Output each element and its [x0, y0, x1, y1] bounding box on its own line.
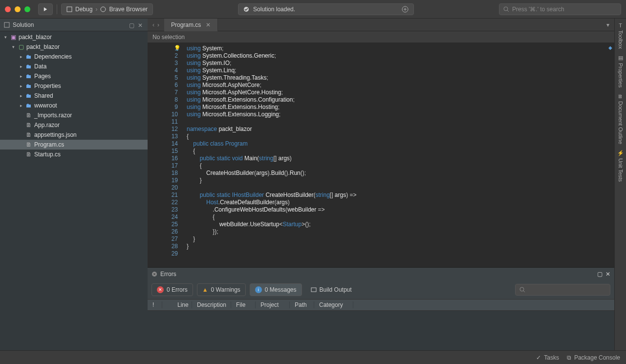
tasks-label: Tasks	[544, 354, 559, 361]
solution-sidebar: Solution ▢ ✕ ▾▣packt_blazor▾▢packt_blazo…	[0, 19, 148, 350]
errors-panel-icon	[151, 271, 157, 277]
solution-tree[interactable]: ▾▣packt_blazor▾▢packt_blazor▸🖿Dependenci…	[0, 31, 148, 350]
tree-label: Data	[34, 63, 46, 70]
code-content[interactable]: using System;using System.Collections.Ge…	[182, 43, 614, 267]
tree-label: packt_blazor	[19, 34, 52, 41]
fileico-icon: 🗎	[25, 141, 32, 148]
rail-icon: 🗎	[618, 93, 623, 99]
messages-filter-button[interactable]: i 0 Messages	[250, 283, 302, 296]
terminal-icon: ⧉	[567, 354, 571, 361]
tree-label: appsettings.json	[34, 131, 77, 138]
errors-table-body	[148, 311, 614, 350]
tree-folder-wwwroot[interactable]: ▸🖿wwwroot	[0, 101, 148, 110]
rail-label: Unit Tests	[618, 158, 624, 182]
tasks-button[interactable]: ✓ Tasks	[536, 354, 559, 361]
errors-col-![interactable]: !	[148, 301, 162, 308]
build-output-button[interactable]: Build Output	[306, 283, 357, 296]
tree-folder-shared[interactable]: ▸🖿Shared	[0, 91, 148, 101]
fileico-icon: 🗎	[25, 112, 32, 119]
errors-header: Errors ▢ ✕	[148, 268, 614, 280]
rail-properties[interactable]: ▤Properties	[618, 55, 624, 87]
errors-filter-row: ✕ 0 Errors ▲ 0 Warnings i 0 Messages Bui…	[148, 280, 614, 299]
solution-panel-header: Solution ▢ ✕	[0, 19, 148, 31]
undock-errors-icon[interactable]: ▢	[597, 271, 603, 278]
undock-icon[interactable]: ▢	[129, 22, 135, 28]
lightbulb-icon[interactable]: 💡	[174, 45, 181, 51]
svg-point-4	[504, 7, 508, 11]
breadcrumb[interactable]: No selection	[148, 31, 614, 43]
errors-col-description[interactable]: Description	[192, 301, 231, 308]
separator	[57, 4, 57, 14]
folder-icon: 🖿	[25, 102, 32, 109]
tree-folder-pages[interactable]: ▸🖿Pages	[0, 71, 148, 81]
errors-col-category[interactable]: Category	[314, 301, 353, 308]
tree-label: Properties	[34, 83, 61, 89]
target-label: Brave Browser	[109, 6, 148, 13]
status-pill[interactable]: Solution loaded.	[238, 3, 414, 15]
run-button[interactable]	[38, 3, 53, 15]
global-search[interactable]: Press '⌘.' to search	[499, 3, 621, 15]
tree-solution[interactable]: ▾▣packt_blazor	[0, 32, 148, 42]
close-tab-icon[interactable]: ✕	[206, 21, 211, 28]
tab-overflow-icon[interactable]: ▾	[602, 21, 614, 28]
projico-icon: ▢	[18, 43, 24, 50]
search-icon	[503, 6, 509, 12]
errors-col-file[interactable]: File	[231, 301, 256, 308]
folder-icon: 🖿	[25, 83, 32, 89]
tab-program-cs[interactable]: Program.cs ✕	[164, 19, 218, 31]
tree-folder-properties[interactable]: ▸🖿Properties	[0, 81, 148, 91]
chevron-icon: ▸	[19, 84, 23, 88]
tree-folder-dependencies[interactable]: ▸🖿Dependencies	[0, 52, 148, 62]
add-icon[interactable]	[402, 6, 409, 13]
tree-file-program-cs[interactable]: 🗎Program.cs	[0, 140, 148, 150]
rail-unit-tests[interactable]: ⚡Unit Tests	[617, 150, 624, 182]
tree-file-app-razor[interactable]: 🗎App.razor	[0, 120, 148, 130]
solnico-icon: ▣	[10, 34, 17, 41]
tree-file-startup-cs[interactable]: 🗎Startup.cs	[0, 150, 148, 159]
svg-rect-0	[67, 7, 72, 12]
folder-icon: 🖿	[25, 73, 32, 80]
maximize-window-icon[interactable]	[24, 6, 30, 12]
folder-icon: 🖿	[25, 92, 32, 99]
svg-point-8	[520, 287, 524, 291]
rail-label: Properties	[618, 63, 624, 87]
chevron-icon: ▸	[19, 103, 23, 108]
messages-count: 0 Messages	[265, 286, 297, 293]
nav-back-icon[interactable]: ‹	[152, 21, 154, 28]
rail-document-outline[interactable]: 🗎Document Outline	[618, 93, 624, 144]
close-panel-icon[interactable]: ✕	[138, 22, 144, 28]
folder-icon: 🖿	[25, 53, 32, 60]
minimize-window-icon[interactable]	[15, 6, 21, 12]
statusbar: ✓ Tasks ⧉ Package Console	[0, 350, 626, 364]
close-errors-icon[interactable]: ✕	[605, 271, 610, 278]
tree-project[interactable]: ▾▢packt_blazor	[0, 42, 148, 52]
errors-col-line[interactable]: Line	[173, 301, 192, 308]
tree-file-_imports-razor[interactable]: 🗎_Imports.razor	[0, 110, 148, 120]
search-icon	[519, 287, 525, 293]
tree-folder-data[interactable]: ▸🖿Data	[0, 62, 148, 71]
fileico-icon: 🗎	[25, 151, 32, 158]
chevron-icon: ▾	[3, 35, 8, 40]
right-rail: TToolbox▤Properties🗎Document Outline⚡Uni…	[614, 19, 626, 350]
fileico-icon: 🗎	[25, 122, 32, 128]
chevron-icon: ▾	[11, 44, 16, 49]
tree-label: wwwroot	[34, 102, 57, 109]
warnings-filter-button[interactable]: ▲ 0 Warnings	[197, 283, 246, 296]
svg-rect-5	[4, 22, 9, 27]
errors-col-project[interactable]: Project	[256, 301, 290, 308]
config-selector[interactable]: Debug › Brave Browser	[61, 3, 153, 15]
package-console-button[interactable]: ⧉ Package Console	[567, 354, 620, 361]
tree-file-appsettings-json[interactable]: 🗎appsettings.json	[0, 130, 148, 140]
errors-search[interactable]	[515, 284, 610, 296]
error-icon: ✕	[157, 286, 164, 293]
rail-toolbox[interactable]: TToolbox	[618, 22, 624, 49]
errors-filter-button[interactable]: ✕ 0 Errors	[151, 283, 193, 296]
chevron-icon: ▸	[19, 64, 23, 69]
tab-strip: ‹ › Program.cs ✕ ▾	[148, 19, 614, 31]
play-icon	[43, 7, 47, 12]
close-window-icon[interactable]	[5, 6, 11, 12]
chevron-icon: ▸	[19, 74, 23, 79]
errors-col-path[interactable]: Path	[290, 301, 314, 308]
nav-forward-icon[interactable]: ›	[157, 21, 159, 28]
code-editor[interactable]: 💡 ◆ 123456789101112131415161718192021222…	[148, 43, 614, 267]
